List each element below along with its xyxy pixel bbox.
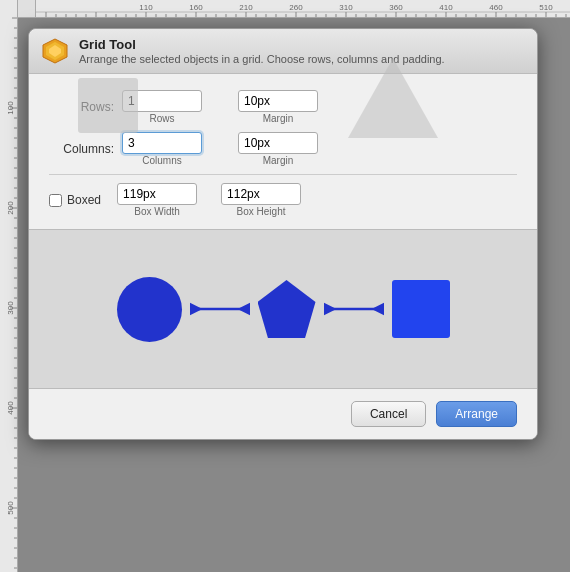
rows-margin-group: Margin — [238, 90, 318, 124]
button-section: Cancel Arrange — [29, 389, 537, 439]
arrow-left — [182, 299, 258, 319]
svg-text:310: 310 — [339, 3, 353, 12]
cancel-button[interactable]: Cancel — [351, 401, 426, 427]
ruler-corner — [18, 0, 36, 18]
columns-row: Columns: Columns Margin — [49, 132, 517, 166]
app-icon — [41, 37, 69, 65]
preview-section — [29, 229, 537, 389]
columns-sublabel: Columns — [142, 155, 181, 166]
svg-text:400: 400 — [6, 401, 15, 415]
rows-sublabel: Rows — [149, 113, 174, 124]
dialog-container: Grid Tool Arrange the selected objects i… — [18, 18, 570, 572]
svg-text:460: 460 — [489, 3, 503, 12]
columns-margin-sublabel: Margin — [263, 155, 294, 166]
preview-pentagon — [258, 280, 316, 338]
main-area: 110 160 210 260 — [18, 0, 570, 572]
svg-text:300: 300 — [6, 301, 15, 315]
svg-text:100: 100 — [6, 101, 15, 115]
svg-text:510: 510 — [539, 3, 553, 12]
arrow-right — [316, 299, 392, 319]
columns-margin-input[interactable] — [238, 132, 318, 154]
svg-text:360: 360 — [389, 3, 403, 12]
svg-text:410: 410 — [439, 3, 453, 12]
arrow-left-icon — [190, 299, 250, 319]
arrow-right-icon — [324, 299, 384, 319]
columns-label: Columns: — [49, 142, 114, 156]
arrange-button[interactable]: Arrange — [436, 401, 517, 427]
svg-text:110: 110 — [139, 3, 153, 12]
box-height-group: Box Height — [221, 183, 301, 217]
box-width-sublabel: Box Width — [134, 206, 180, 217]
form-separator — [49, 174, 517, 175]
preview-canvas — [117, 277, 450, 342]
ruler-left: 100 200 300 400 — [0, 0, 18, 572]
svg-text:200: 200 — [6, 201, 15, 215]
box-width-input[interactable] — [117, 183, 197, 205]
columns-margin-group: Margin — [238, 132, 318, 166]
preview-square — [392, 280, 450, 338]
svg-text:260: 260 — [289, 3, 303, 12]
box-height-input[interactable] — [221, 183, 301, 205]
columns-input-group: Columns — [122, 132, 202, 166]
boxed-checkbox-label[interactable]: Boxed — [49, 193, 101, 207]
box-height-sublabel: Box Height — [237, 206, 286, 217]
svg-text:500: 500 — [6, 501, 15, 515]
preview-circle — [117, 277, 182, 342]
box-width-group: Box Width — [117, 183, 197, 217]
boxed-row: Boxed Box Width Box Height — [49, 183, 517, 217]
ruler-top: 110 160 210 260 — [36, 0, 570, 18]
svg-text:210: 210 — [239, 3, 253, 12]
dialog-title: Grid Tool — [79, 37, 445, 52]
svg-text:160: 160 — [189, 3, 203, 12]
columns-input[interactable] — [122, 132, 202, 154]
rows-margin-sublabel: Margin — [263, 113, 294, 124]
titlebar: Grid Tool Arrange the selected objects i… — [29, 29, 537, 74]
boxed-label: Boxed — [67, 193, 101, 207]
rows-margin-input[interactable] — [238, 90, 318, 112]
boxed-checkbox[interactable] — [49, 194, 62, 207]
